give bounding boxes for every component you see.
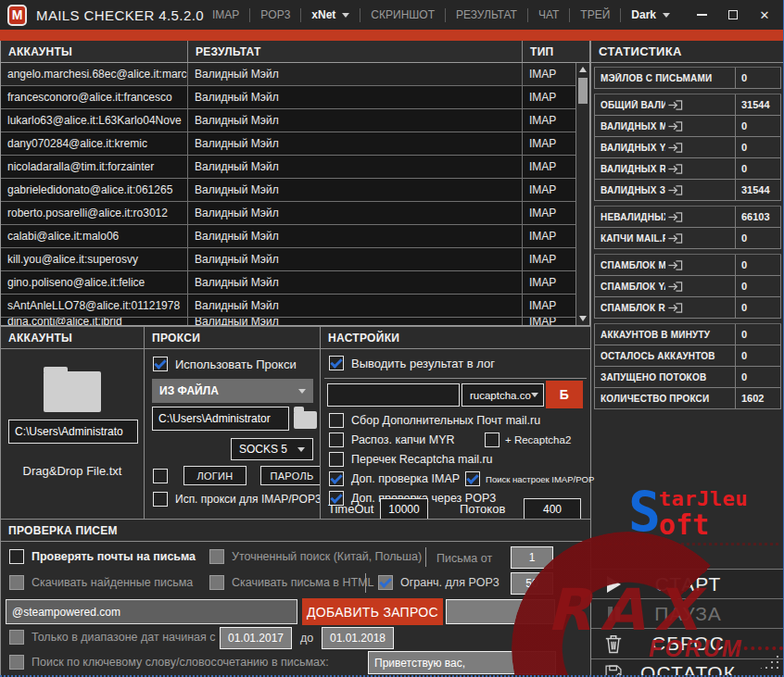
export-icon[interactable] [667,259,732,271]
accounts-path-input[interactable]: C:\Users\Administrato [8,420,138,444]
recheck-recaptcha-checkbox[interactable] [329,452,344,467]
table-row[interactable]: dany070284@alice.it:kremic Валидный Мэйл… [1,132,575,156]
export-icon[interactable] [667,120,732,132]
export-icon[interactable] [667,232,732,244]
add-query-button[interactable]: ДОБАВИТЬ ЗАПРОС [302,598,443,625]
export-icon[interactable] [667,211,732,223]
stat-row: ВАЛИДНЫХ MAIL.RU 0 [594,116,781,137]
rest-button[interactable]: ОСТАТОК [591,659,784,677]
column-header-accounts[interactable]: АККАУНТЫ [1,41,188,62]
close-icon: ✕ [760,8,770,22]
accounts-folder-icon[interactable] [44,371,101,412]
proxy-source-dropdown[interactable]: ИЗ ФАЙЛА [152,379,313,403]
table-row[interactable]: gabrieledidonato@alice.it:061265 Валидны… [1,179,575,202]
stat-label: КАПЧИ MAIL.RU [594,228,736,249]
menu-separator [360,8,360,22]
menu-item-1[interactable]: POP3 [252,8,298,21]
proxy-path-input[interactable]: C:\Users\Administrator [152,407,289,431]
table-row[interactable]: kill.you@alice.it:superosvy Валидный Мэй… [1,248,575,271]
cell-account: dina.conti@alice.it:ibrid [1,318,188,325]
menu-item-2[interactable]: xNet [303,8,358,21]
table-row[interactable]: lukarlo63@alice.it:L63Karlo04Nove Валидн… [1,109,575,132]
imap-check-checkbox[interactable] [329,471,344,486]
date-range-checkbox[interactable] [9,630,24,645]
dragdrop-hint: Drag&Drop File.txt [1,464,144,478]
maximize-button[interactable] [719,4,747,26]
captcha-key-input[interactable] [327,383,460,407]
keyword-checkbox[interactable] [9,655,24,670]
table-row[interactable]: angelo.marchesi.68ec@alice.it:marce Вали… [1,63,575,86]
table-row[interactable]: nicoladaralla@tim.it:forzainter Валидный… [1,156,575,179]
query-extra-input[interactable] [446,599,555,624]
stat-row: ВАЛИДНЫХ YANDEX.RU 0 [594,137,781,158]
column-header-result[interactable]: РЕЗУЛЬТАТ [188,41,523,62]
export-icon[interactable] [667,142,732,154]
export-icon[interactable] [667,302,732,314]
captcha-service-dropdown[interactable]: rucaptcha.co [462,383,544,407]
proxy-password-button[interactable]: ПАРОЛЬ [260,466,323,485]
table-scrollbar[interactable] [575,63,589,325]
mailcheck-panel: ПРОВЕРКА ПИСЕМ Проверять почты на письма… [0,519,591,677]
export-icon[interactable] [667,163,732,175]
balance-button[interactable]: Б [546,381,583,408]
play-icon [602,573,625,596]
proxy-type-dropdown[interactable]: SOCKS 5 [231,438,313,460]
imap-settings-checkbox[interactable] [465,471,480,486]
column-header-type[interactable]: ТИП [523,41,575,62]
menu-item-3[interactable]: СКРИНШОТ [362,8,443,21]
date-to-label: до [300,632,313,645]
menu-item-4[interactable]: РЕЗУЛЬТАТ [448,8,525,21]
cell-type: IMAP [523,295,575,317]
check-mail-checkbox[interactable] [9,549,24,564]
app-title: MAILS CHECKER 4.5.2.0 [36,7,204,23]
pop3-limit-input[interactable]: 50 [511,572,553,595]
table-row[interactable]: dina.conti@alice.it:ibrid Валидный Мэйл … [1,318,575,325]
collect-extra-mail-checkbox[interactable] [329,413,344,428]
menu-item-5[interactable]: ЧАТ [530,8,567,21]
use-proxy-checkbox[interactable] [153,357,168,371]
menu-item-6[interactable]: ТРЕЙ [572,8,618,21]
menu-item-7[interactable]: Dark [623,8,678,21]
export-icon[interactable] [667,184,732,196]
scrollbar-thumb[interactable] [578,78,588,104]
stat-value: 0 [736,228,781,249]
menu-item-0[interactable]: IMAP [204,8,247,21]
log-output-checkbox[interactable] [329,356,344,370]
table-row[interactable]: roberto.posarelli@alice.it:ro3012 Валидн… [1,202,575,225]
close-button[interactable]: ✕ [751,4,778,26]
export-icon[interactable] [667,281,732,293]
reset-button[interactable]: СБРОС [591,629,784,658]
recaptcha2-checkbox[interactable] [485,433,499,447]
start-button[interactable]: СТАРТ [591,570,784,599]
stat-value: 0 [736,68,781,89]
proxy-login-button[interactable]: ЛОГИН [183,466,247,485]
table-row[interactable]: francesconoro@alice.it:francesco Валидны… [1,86,575,109]
table-row[interactable]: gino.poliseno@alice.it:felice Валидный М… [1,271,575,295]
timeout-input[interactable]: 10000 [380,498,428,520]
download-letters-checkbox[interactable] [9,575,24,590]
download-html-checkbox[interactable] [209,575,224,590]
download-letters-label: Скачивать найденные письма [32,576,193,589]
proxy-for-mail-checkbox[interactable] [153,492,168,507]
letters-from-input[interactable]: 1 [511,546,553,569]
table-row[interactable]: calabi@alice.it:malo06 Валидный Мэйл IMA… [1,225,575,248]
scroll-up-icon[interactable] [579,67,587,72]
minimize-button[interactable] [688,4,715,26]
myr-captcha-checkbox[interactable] [329,433,344,447]
date-from-input[interactable]: 01.01.2017 [220,627,292,649]
pause-button[interactable]: ПАУЗА [591,599,784,629]
scroll-down-icon[interactable] [579,316,587,321]
query-input[interactable]: @steampowered.com [6,599,297,624]
cell-account: gino.poliseno@alice.it:felice [1,271,188,294]
pop3-limit-checkbox[interactable] [378,575,393,590]
export-icon[interactable] [667,99,732,111]
brand-logo-s: S [628,485,661,539]
proxy-folder-icon[interactable] [294,411,317,429]
date-to-input[interactable]: 01.01.2018 [322,627,394,649]
threads-input[interactable]: 400 [524,498,581,520]
refined-search-checkbox[interactable] [209,549,224,564]
table-row[interactable]: sAntAnleLLO78@alice.it:01121978 Валидный… [1,295,575,318]
proxy-auth-checkbox[interactable] [153,469,168,483]
proxy-panel: ПРОКСИ Использовать Прокси ИЗ ФАЙЛА C:\U… [144,326,321,520]
keyword-input[interactable]: Приветствую вас, [368,651,556,674]
